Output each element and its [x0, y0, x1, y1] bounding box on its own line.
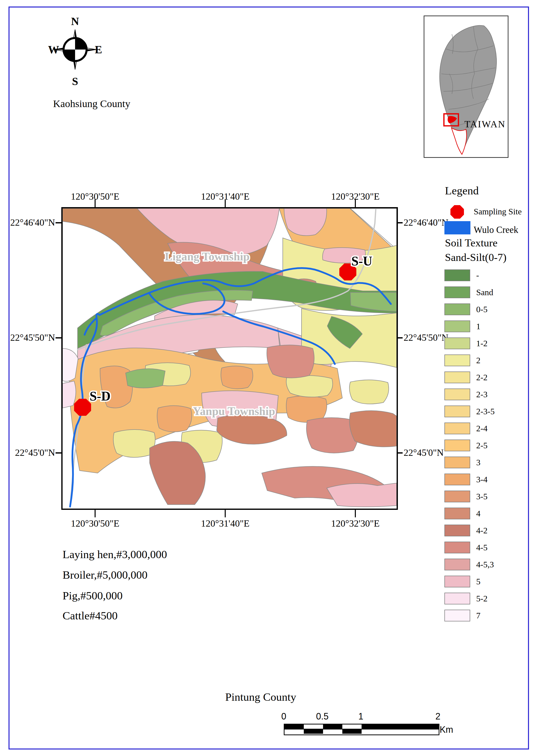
- x-tick-mark: [355, 199, 356, 207]
- soil-class-row: 2: [444, 354, 495, 366]
- soil-class-label: 4-5: [476, 543, 487, 552]
- soil-class-row: 2-2: [444, 372, 495, 383]
- scalebar-tick-label: 1: [358, 711, 363, 722]
- compass-north-label: N: [71, 15, 79, 27]
- soil-class-swatch: [444, 287, 470, 298]
- soil-class-row: 2-5: [444, 440, 495, 451]
- soil-class-row: 7: [444, 610, 495, 621]
- soil-class-row: 1-2: [444, 338, 495, 349]
- pintung-outline: [451, 128, 467, 154]
- soil-class-label: 3: [476, 458, 480, 467]
- creek-swatch: [444, 221, 471, 234]
- compass-south-label: S: [72, 75, 78, 87]
- soil-class-row: 4-5,3: [444, 559, 495, 570]
- soil-class-row: -: [444, 269, 495, 281]
- x-tick-label-bottom: 120°31'40"E: [188, 518, 263, 529]
- compass-rose-icon: N S E W: [48, 12, 103, 87]
- scale-bar: [284, 724, 439, 735]
- soil-class-label: 1-2: [476, 339, 487, 348]
- soil-class-label: 7: [476, 612, 480, 620]
- soil-class-swatch: [444, 269, 470, 281]
- soil-class-label: 3-4: [476, 475, 487, 484]
- soil-class-label: Sand: [476, 288, 493, 297]
- soil-class-row: 0-5: [444, 303, 495, 315]
- soil-class-swatch: [444, 303, 470, 315]
- soil-class-swatch: [444, 372, 470, 383]
- x-tick-mark: [95, 199, 96, 207]
- soil-class-row: 3-4: [444, 474, 495, 485]
- legend-sampling-site-label: Sampling Site: [474, 207, 522, 217]
- soil-map-graphic: Ligang Township Yanpu Township S-U S-D: [62, 208, 396, 509]
- taiwan-inset-map: TAIWAN: [424, 16, 509, 158]
- soil-class-label: 4-5,3: [476, 560, 494, 569]
- y-tick-mark: [56, 222, 62, 223]
- soil-class-label: 5-2: [476, 594, 487, 603]
- scalebar-unit-label: Km: [440, 725, 453, 735]
- site-label-sd: S-D: [90, 389, 110, 403]
- soil-class-swatch: [444, 541, 470, 553]
- soil-class-swatch: [444, 559, 470, 570]
- sampling-site-sd: [74, 399, 91, 416]
- y-tick-mark: [56, 452, 62, 454]
- soil-class-row: 4: [444, 508, 495, 519]
- x-tick-mark: [95, 510, 96, 517]
- livestock-line: Broiler,#5,000,000: [62, 568, 147, 581]
- soil-class-swatch: [444, 406, 470, 417]
- soil-class-list: -Sand0-511-222-22-32-3-52-42-533-43-544-…: [444, 269, 495, 627]
- livestock-line: Cattle#4500: [62, 609, 118, 622]
- soil-class-row: 3: [444, 457, 495, 468]
- soil-texture-heading: Soil Texture: [445, 237, 497, 249]
- livestock-line: Laying hen,#3,000,000: [62, 548, 167, 561]
- soil-class-row: 1: [444, 320, 495, 332]
- soil-class-row: 4-5: [444, 541, 495, 553]
- soil-class-label: 5: [476, 577, 480, 586]
- soil-class-swatch: [444, 354, 470, 366]
- figure-page: N S E W Kaohsiung County TAIWAN 120°30'5…: [0, 0, 537, 756]
- y-tick-mark: [56, 337, 62, 338]
- soil-class-row: 4-2: [444, 525, 495, 537]
- taiwan-island-graphic: TAIWAN: [424, 16, 508, 157]
- y-tick-label-left: 22°45'50"N: [3, 332, 55, 343]
- soil-class-label: 2-3: [476, 390, 487, 399]
- soil-class-label: 4-2: [476, 526, 487, 535]
- soil-class-row: 3-5: [444, 491, 495, 502]
- scalebar-tick-label: 0: [281, 711, 286, 722]
- scalebar-tick-label: 0.5: [316, 711, 329, 722]
- soil-class-swatch: [444, 593, 470, 604]
- y-tick-label-left: 22°46'40"N: [3, 217, 55, 228]
- scalebar-tick-label: 2: [435, 711, 440, 722]
- x-tick-label-bottom: 120°32'30"E: [318, 518, 393, 529]
- soil-class-label: 4: [476, 509, 480, 518]
- soil-class-label: 2-4: [476, 424, 487, 433]
- soil-class-label: 2-3-5: [476, 407, 495, 416]
- soil-class-swatch: [444, 422, 470, 434]
- y-tick-label-left: 22°45'0"N: [3, 447, 55, 458]
- compass-west-label: W: [48, 44, 59, 56]
- soil-class-row: 2-4: [444, 422, 495, 434]
- x-tick-mark: [355, 510, 356, 517]
- soil-class-label: 2-5: [476, 441, 487, 450]
- soil-class-label: 2-2: [476, 373, 487, 382]
- soil-class-row: 5-2: [444, 593, 495, 604]
- township-label-yanpu: Yanpu Township: [193, 405, 275, 418]
- soil-class-row: 2-3-5: [444, 406, 495, 417]
- soil-class-label: 2: [476, 356, 480, 365]
- soil-class-swatch: [444, 525, 470, 537]
- soil-class-label: 1: [476, 322, 480, 331]
- soil-class-swatch: [444, 474, 470, 485]
- soil-class-swatch: [444, 576, 470, 587]
- soil-class-swatch: [444, 338, 470, 349]
- township-label-ligang: Ligang Township: [165, 250, 250, 263]
- south-county-label: Pintung County: [225, 691, 296, 703]
- taiwan-label: TAIWAN: [465, 119, 506, 129]
- compass-east-label: E: [95, 44, 102, 56]
- x-tick-label-bottom: 120°30'50"E: [58, 518, 133, 529]
- soil-class-swatch: [444, 491, 470, 502]
- site-label-su: S-U: [351, 254, 372, 268]
- livestock-line: Pig,#500,000: [62, 589, 123, 602]
- soil-class-swatch: [444, 610, 470, 621]
- soil-class-row: Sand: [444, 287, 495, 298]
- x-tick-mark: [225, 510, 226, 517]
- soil-class-label: 3-5: [476, 492, 487, 501]
- soil-class-label: -: [476, 271, 479, 280]
